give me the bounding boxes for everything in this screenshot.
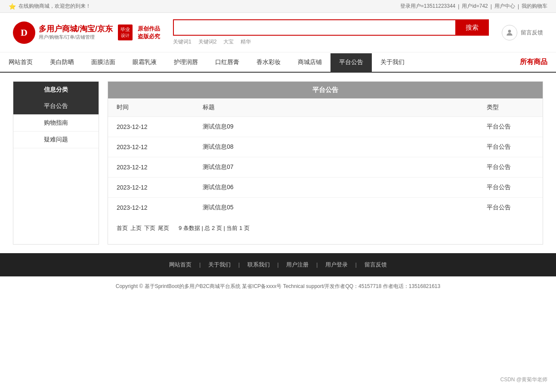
footer-separator: | [198,261,202,268]
logo-circle: D [13,21,35,44]
row-type: 平台公告 [478,157,543,178]
nav-announcement[interactable]: 平台公告 [331,53,372,72]
table-row: 2023-12-12 测试信息08 平台公告 [108,137,543,157]
search-button[interactable]: 搜索 [455,19,489,36]
nav-facial[interactable]: 面膜洁面 [83,53,124,72]
main-nav: 网站首页 美白防晒 面膜洁面 眼霜乳液 护理润唇 口红唇膏 香水彩妆 商城店铺 … [0,52,556,73]
search-tags: 关键词1 关键词2 大宝 精华 [173,38,489,46]
row-type: 平台公告 [478,137,543,157]
main-panel: 平台公告 时间 标题 类型 2023-12-12 测试信息09 平台公告 202… [108,81,543,245]
pagination-last[interactable]: 尾页 [158,224,169,232]
footer-link-5[interactable]: 留言反馈 [364,261,387,268]
sidebar-item-faq[interactable]: 疑难问题 [13,132,99,148]
nav-lipstick[interactable]: 口红唇膏 [207,53,248,72]
header: D 多用户商城/淘宝/京东 用户/购物车/订单/店铺管理 毕业 设计 原创作品 … [0,13,556,52]
table-row: 2023-12-12 测试信息06 平台公告 [108,178,543,198]
logged-user: 登录用户=13511223344 [400,3,455,10]
row-title[interactable]: 测试信息09 [194,117,478,137]
copyright-text: Copyright © 基于SprintBoot的多用户B2C商城平台系统 某省… [116,283,440,289]
sidebar-item-announcement[interactable]: 平台公告 [13,98,99,115]
top-bar-welcome: 在线购物商城，欢迎您的到来！ [19,3,91,10]
star-icon: ⭐ [9,3,16,10]
row-type: 平台公告 [478,117,543,137]
footer-link-3[interactable]: 用户注册 [286,261,309,268]
nav-whitening[interactable]: 美白防晒 [41,53,83,72]
table-row: 2023-12-12 测试信息09 平台公告 [108,117,543,137]
nav-store[interactable]: 商城店铺 [289,53,331,72]
shopping-cart-link[interactable]: 我的购物车 [522,3,547,10]
row-title[interactable]: 测试信息07 [194,157,478,178]
top-bar-right: 登录用户=13511223344 | 用户id=742 | 用户中心 | 我的购… [400,3,547,10]
logo-title: 多用户商城/淘宝/京东 [39,24,113,34]
nav-all-goods[interactable]: 所有商品 [511,52,556,72]
search-tag-3[interactable]: 大宝 [223,38,234,46]
content-area: 信息分类 平台公告 购物指南 疑难问题 平台公告 时间 标题 类型 2023-1… [0,73,556,253]
table-row: 2023-12-12 测试信息07 平台公告 [108,157,543,178]
sidebar-item-guide[interactable]: 购物指南 [13,115,99,132]
badge-line1: 毕业 [120,26,130,33]
panel-title: 平台公告 [108,82,543,98]
top-bar-left: ⭐ 在线购物商城，欢迎您的到来！ [9,3,91,10]
row-title[interactable]: 测试信息05 [194,198,478,218]
footer-separator: | [315,261,319,268]
row-type: 平台公告 [478,178,543,198]
row-title[interactable]: 测试信息06 [194,178,478,198]
logo-badge: 毕业 设计 [118,24,133,40]
sidebar: 信息分类 平台公告 购物指南 疑难问题 [13,81,99,245]
search-tag-4[interactable]: 精华 [241,38,251,46]
pagination: 首页 上页 下页 尾页 9 条数据 | 总 2 页 | 当前 1 页 [108,217,543,239]
pagination-info: 9 条数据 | 总 2 页 | 当前 1 页 [179,224,250,232]
footer-link-4[interactable]: 用户登录 [325,261,348,268]
avatar-icon [502,25,517,40]
nav-nursing[interactable]: 护理润唇 [165,53,207,72]
search-input[interactable] [173,19,455,36]
footer-link-0[interactable]: 网站首页 [169,261,192,268]
feedback-label: 留言反馈 [521,29,543,37]
row-time: 2023-12-12 [108,157,194,178]
search-area: 搜索 关键词1 关键词2 大宝 精华 [173,19,489,46]
logo-char: D [21,27,28,38]
row-title[interactable]: 测试信息08 [194,137,478,157]
top-bar: ⭐ 在线购物商城，欢迎您的到来！ 登录用户=13511223344 | 用户id… [0,0,556,13]
col-header-title: 标题 [194,98,478,117]
search-box: 搜索 [173,19,489,36]
nav-home[interactable]: 网站首页 [0,53,41,72]
footer-links: 网站首页 | 关于我们 | 联系我们 | 用户注册 | 用户登录 | 留言反馈 [0,253,556,276]
user-center-link[interactable]: 用户中心 [494,3,515,10]
nav-about[interactable]: 关于我们 [372,53,413,72]
svg-point-0 [508,30,511,33]
search-tag-2[interactable]: 关键词2 [198,38,217,46]
header-feedback[interactable]: 留言反馈 [502,25,543,40]
badge-line2: 设计 [121,33,130,39]
footer-link-2[interactable]: 联系我们 [247,261,270,268]
row-time: 2023-12-12 [108,198,194,218]
nav-eyecream[interactable]: 眼霜乳液 [124,53,165,72]
footer-copyright: Copyright © 基于SprintBoot的多用户B2C商城平台系统 某省… [0,276,556,296]
user-id: 用户id=742 [462,3,488,10]
logo-area: D 多用户商城/淘宝/京东 用户/购物车/订单/店铺管理 毕业 设计 原创作品 … [13,21,160,44]
search-tag-1[interactable]: 关键词1 [173,38,192,46]
col-header-time: 时间 [108,98,194,117]
logo-original: 原创作品 盗版必究 [138,25,160,40]
row-type: 平台公告 [478,198,543,218]
footer-separator: | [354,261,358,268]
pagination-next[interactable]: 下页 [144,224,155,232]
pagination-first[interactable]: 首页 [117,224,128,232]
logo-subtitle: 用户/购物车/订单/店铺管理 [39,34,113,40]
original-line2: 盗版必究 [138,33,160,40]
row-time: 2023-12-12 [108,178,194,198]
logo-text: 多用户商城/淘宝/京东 用户/购物车/订单/店铺管理 [39,24,113,40]
original-line1: 原创作品 [138,25,160,33]
pagination-prev[interactable]: 上页 [130,224,142,232]
footer-link-1[interactable]: 关于我们 [208,261,231,268]
col-header-type: 类型 [478,98,543,117]
footer-separator: | [276,261,281,268]
row-time: 2023-12-12 [108,137,194,157]
nav-perfume[interactable]: 香水彩妆 [248,53,289,72]
row-time: 2023-12-12 [108,117,194,137]
table-row: 2023-12-12 测试信息05 平台公告 [108,198,543,218]
footer-separator: | [237,261,241,268]
announcement-table: 时间 标题 类型 2023-12-12 测试信息09 平台公告 2023-12-… [108,98,543,217]
sidebar-title: 信息分类 [13,82,99,98]
